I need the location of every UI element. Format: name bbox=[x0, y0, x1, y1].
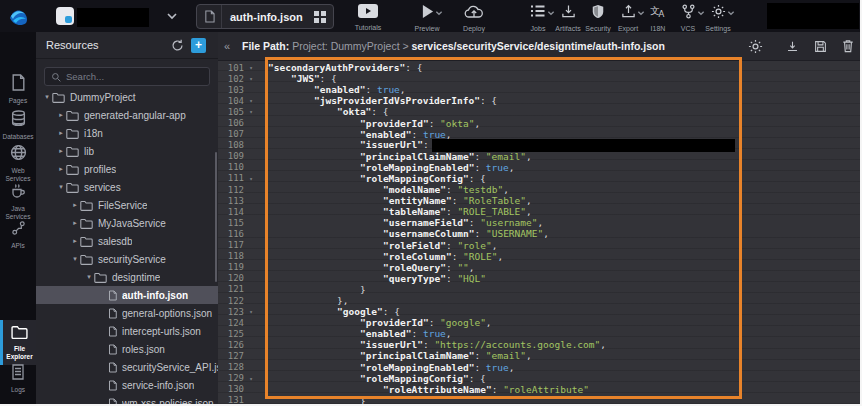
line-number: 110 bbox=[218, 162, 244, 172]
open-file-tab[interactable]: auth-info.json bbox=[196, 4, 334, 29]
tree-item-salesdb[interactable]: ▸salesdb bbox=[36, 232, 218, 250]
tutorials-label: Tutorials bbox=[346, 24, 390, 31]
tree-item-service-info-json[interactable]: service-info.json bbox=[36, 376, 218, 394]
tree-item-securityservice[interactable]: ▾securityService bbox=[36, 250, 218, 268]
code-token: "roleMappingEnabled" bbox=[360, 362, 474, 373]
resources-header: Resources + bbox=[36, 32, 218, 59]
code-line-content: "enabled": true, bbox=[258, 84, 860, 95]
tree-item-fileservice[interactable]: ▸FileService bbox=[36, 196, 218, 214]
expand-arrow-icon[interactable]: ▸ bbox=[56, 111, 66, 119]
rail-item-apis[interactable]: APIs bbox=[0, 220, 36, 250]
collapse-panel-icon[interactable]: « bbox=[220, 40, 234, 52]
expand-arrow-icon[interactable]: ▸ bbox=[70, 219, 80, 227]
rail-item-logs[interactable]: Logs bbox=[0, 364, 36, 394]
dashboard-grid-icon[interactable] bbox=[307, 11, 333, 23]
security-button[interactable]: Security bbox=[583, 4, 613, 32]
file-explorer-folder-icon bbox=[11, 325, 28, 339]
rail-item-databases[interactable]: Databases bbox=[0, 110, 36, 141]
collapse-arrow-icon[interactable]: ▾ bbox=[42, 93, 52, 101]
tree-item-label: salesdb bbox=[98, 236, 132, 247]
expand-arrow-icon[interactable]: ▸ bbox=[56, 129, 66, 137]
tree-item-auth-info-json[interactable]: auth-info.json bbox=[36, 286, 218, 304]
file-icon bbox=[108, 344, 117, 355]
search-input[interactable]: Search... bbox=[44, 67, 210, 86]
fold-arrow-icon[interactable]: ▾ bbox=[244, 175, 258, 182]
expand-arrow-icon[interactable]: ▸ bbox=[56, 165, 66, 173]
tree-item-i18n[interactable]: ▸i18n bbox=[36, 124, 218, 142]
tree-item-wm-xss-policies-json[interactable]: wm-xss-policies.json bbox=[36, 394, 218, 406]
tree-item-label: securityService bbox=[98, 254, 166, 265]
code-line: 101▾"secondaryAuthProviders": { bbox=[218, 62, 860, 73]
export-label: Export bbox=[613, 25, 643, 32]
jobs-button[interactable]: Jobs bbox=[523, 4, 553, 32]
fold-arrow-icon[interactable]: ▾ bbox=[244, 97, 258, 104]
tree-item-intercept-urls-json[interactable]: intercept-urls.json bbox=[36, 322, 218, 340]
code-token: "roleMappingConfig" bbox=[360, 373, 469, 384]
export-button[interactable]: Export bbox=[613, 4, 643, 32]
wavemaker-logo-icon[interactable] bbox=[7, 4, 31, 28]
tree-item-securityservice-api-json[interactable]: securityService_API.json bbox=[36, 358, 218, 376]
collapse-arrow-icon[interactable]: ▾ bbox=[70, 255, 80, 263]
fold-arrow-icon[interactable]: ▾ bbox=[244, 108, 258, 115]
resources-scrollbar[interactable] bbox=[215, 152, 217, 282]
databases-icon bbox=[10, 110, 27, 127]
vcs-button[interactable]: VCS bbox=[673, 4, 703, 32]
expand-arrow-icon[interactable]: ▸ bbox=[56, 147, 66, 155]
project-chevron-down-icon[interactable] bbox=[166, 10, 178, 22]
code-token: , bbox=[497, 251, 503, 262]
code-token: "enabled" bbox=[314, 84, 365, 95]
settings-button[interactable]: Settings bbox=[703, 4, 733, 32]
i18n-button[interactable]: 文AI18N bbox=[643, 4, 673, 32]
tab-label: auth-info.json bbox=[222, 11, 307, 23]
tree-item-profiles[interactable]: ▸profiles bbox=[36, 160, 218, 178]
add-resource-button[interactable]: + bbox=[191, 38, 206, 53]
editor-area[interactable]: « File Path: Project: DummyProject > ser… bbox=[218, 32, 860, 404]
tutorials-button[interactable]: Tutorials bbox=[346, 4, 390, 31]
folder-icon bbox=[80, 254, 93, 265]
expand-arrow-icon[interactable]: ▸ bbox=[70, 237, 80, 245]
tree-item-label: service-info.json bbox=[122, 380, 194, 391]
fold-arrow-icon[interactable]: ▾ bbox=[244, 308, 258, 315]
project-avatar[interactable] bbox=[56, 7, 74, 25]
redacted-account-area bbox=[767, 3, 859, 29]
code-editor[interactable]: 101▾"secondaryAuthProviders": {102▾"JWS"… bbox=[218, 60, 860, 406]
code-token: "testdb" bbox=[457, 184, 503, 195]
tree-item-lib[interactable]: ▸lib bbox=[36, 142, 218, 160]
file-icon bbox=[108, 398, 117, 406]
tree-item-label: DummyProject bbox=[70, 92, 136, 103]
fold-arrow-icon[interactable]: ▾ bbox=[244, 75, 258, 82]
settings-gear-icon[interactable] bbox=[748, 39, 763, 54]
tree-item-myjavaservice[interactable]: ▸MyJavaService bbox=[36, 214, 218, 232]
code-token: , bbox=[526, 206, 532, 217]
delete-trash-icon[interactable] bbox=[842, 39, 854, 53]
vcs-label: VCS bbox=[673, 25, 703, 32]
rail-item-java-services[interactable]: Java Services bbox=[0, 182, 36, 220]
rail-item-label: APIs bbox=[0, 242, 36, 250]
tree-item-label: designtime bbox=[112, 272, 160, 283]
download-icon[interactable] bbox=[786, 40, 799, 53]
code-line: 130"roleAttributeName": "roleAttribute" bbox=[218, 384, 860, 395]
refresh-icon[interactable] bbox=[171, 39, 191, 52]
save-icon[interactable] bbox=[814, 40, 827, 53]
tree-item-general-options-json[interactable]: general-options.json bbox=[36, 304, 218, 322]
tree-item-generated-angular-app[interactable]: ▸generated-angular-app bbox=[36, 106, 218, 124]
fold-arrow-icon[interactable]: ▾ bbox=[244, 64, 258, 71]
preview-button[interactable]: Preview bbox=[412, 4, 442, 32]
rail-item-web-services[interactable]: Web Services bbox=[0, 144, 36, 182]
rail-item-file-explorer[interactable]: File Explorer bbox=[0, 320, 36, 365]
collapse-arrow-icon[interactable]: ▾ bbox=[84, 273, 94, 281]
code-line: 116"usernameColumn": "USERNAME", bbox=[218, 228, 860, 239]
expand-arrow-icon[interactable]: ▸ bbox=[70, 201, 80, 209]
line-number: 101 bbox=[218, 63, 244, 73]
tree-item-dummyproject[interactable]: ▾DummyProject bbox=[36, 88, 218, 106]
collapse-arrow-icon[interactable]: ▾ bbox=[56, 183, 66, 191]
code-line-content: "roleMappingConfig": { bbox=[258, 373, 860, 384]
tree-item-roles-json[interactable]: roles.json bbox=[36, 340, 218, 358]
tree-item-services[interactable]: ▾services bbox=[36, 178, 218, 196]
fold-arrow-icon[interactable]: ▾ bbox=[244, 375, 258, 382]
line-number: 112 bbox=[218, 185, 244, 195]
deploy-button[interactable]: Deploy bbox=[459, 4, 489, 32]
artifacts-button[interactable]: Artifacts bbox=[553, 4, 583, 32]
tree-item-designtime[interactable]: ▾designtime bbox=[36, 268, 218, 286]
rail-item-pages[interactable]: Pages bbox=[0, 74, 36, 105]
